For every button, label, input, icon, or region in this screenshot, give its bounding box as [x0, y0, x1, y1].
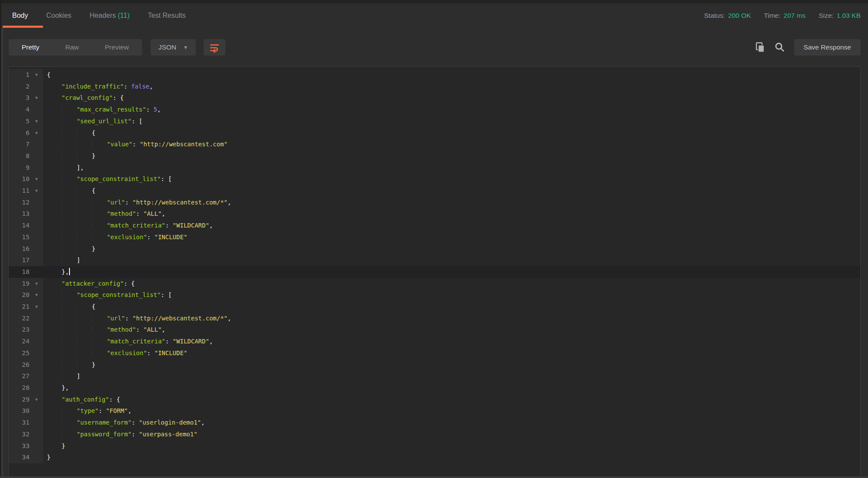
- status-value: 200 OK: [728, 12, 751, 20]
- fold-arrow-icon[interactable]: ▾: [30, 301, 43, 313]
- line-number: 34: [9, 452, 30, 463]
- code-line[interactable]: 15 "exclusion": "INCLUDE": [9, 231, 860, 243]
- code-line[interactable]: 19▾ "attacker_config": {: [9, 278, 860, 290]
- code-line[interactable]: 18 },: [9, 266, 860, 278]
- indent-guide: [76, 234, 92, 241]
- code-line[interactable]: 2 "include_traffic": false,: [9, 81, 860, 92]
- copy-response-button[interactable]: [754, 42, 766, 53]
- code-line[interactable]: 31 "username_form": "userlogin-demo1",: [9, 417, 860, 429]
- code-line[interactable]: 32 "password_form": "userpass-demo1": [9, 429, 860, 440]
- indent-guide: [47, 373, 62, 379]
- code-line[interactable]: 3▾ "crawl_config": {: [9, 92, 860, 104]
- fold-spacer: [30, 104, 43, 115]
- code-line[interactable]: 17 ]: [9, 254, 860, 266]
- fold-arrow-icon[interactable]: ▾: [30, 394, 43, 405]
- gutter-cell: 8: [9, 150, 44, 162]
- indent-guide: [47, 245, 62, 252]
- tab-cookies-label: Cookies: [46, 12, 71, 19]
- token-str: "WILDCARD": [173, 222, 209, 229]
- code-content: }: [44, 243, 860, 255]
- indent-guide: [76, 326, 92, 333]
- code-line[interactable]: 25 "exclusion": "INCLUDE": [9, 347, 860, 359]
- code-line[interactable]: 14 "match_criteria": "WILDCARD",: [9, 220, 860, 231]
- code-line[interactable]: 23 "method": "ALL",: [9, 324, 860, 336]
- wrap-text-button[interactable]: [204, 39, 225, 56]
- code-line[interactable]: 29▾ "auth_config": {: [9, 394, 860, 405]
- code-line[interactable]: 33 }: [9, 440, 860, 452]
- token-punc: ,: [157, 106, 161, 113]
- code-content: "type": "FORM",: [44, 405, 860, 417]
- fold-spacer: [30, 208, 43, 220]
- fold-arrow-icon[interactable]: ▾: [30, 278, 43, 290]
- code-content: {: [44, 127, 860, 139]
- code-line[interactable]: 26 }: [9, 359, 860, 371]
- line-number: 20: [9, 289, 30, 301]
- tab-cookies[interactable]: Cookies: [46, 12, 71, 20]
- fold-arrow-icon[interactable]: ▾: [30, 127, 43, 139]
- code-line[interactable]: 7 "value": "http://webscantest.com": [9, 138, 860, 150]
- fold-arrow-icon[interactable]: ▾: [30, 69, 43, 81]
- gutter-cell: 24: [9, 336, 44, 347]
- code-content: "match_criteria": "WILDCARD",: [44, 336, 860, 347]
- indent-guide: [47, 175, 62, 182]
- code-line[interactable]: 27 ]: [9, 370, 860, 382]
- gutter-cell: 19▾: [9, 278, 44, 290]
- code-line[interactable]: 11▾ {: [9, 185, 860, 197]
- save-response-button[interactable]: Save Response: [794, 39, 861, 56]
- code-line[interactable]: 9 ],: [9, 162, 860, 174]
- wrap-text-icon: [209, 42, 220, 53]
- fold-arrow-icon[interactable]: ▾: [30, 92, 43, 104]
- indent-guide: [62, 129, 77, 136]
- view-preview-button[interactable]: Preview: [92, 39, 142, 56]
- token-punc: ,: [162, 210, 165, 217]
- line-number: 23: [9, 324, 30, 336]
- tab-headers[interactable]: Headers (11): [89, 12, 129, 20]
- fold-arrow-icon[interactable]: ▾: [30, 173, 43, 185]
- response-body-editor[interactable]: 1▾{2 "include_traffic": false,3▾ "crawl_…: [8, 66, 861, 478]
- token-punc: ,: [209, 222, 213, 229]
- code-line[interactable]: 16 }: [9, 243, 860, 255]
- code-line[interactable]: 5▾ "seed_url_list": [: [9, 115, 860, 127]
- view-pretty-button[interactable]: Pretty: [9, 39, 52, 56]
- indent-guide: [47, 315, 62, 322]
- code-line[interactable]: 30 "type": "FORM",: [9, 405, 860, 417]
- code-line[interactable]: 10▾ "scope_constraint_list": [: [9, 173, 860, 185]
- search-response-button[interactable]: [774, 42, 785, 53]
- code-line[interactable]: 6▾ {: [9, 127, 860, 139]
- fold-arrow-icon[interactable]: ▾: [30, 185, 43, 197]
- code-line[interactable]: 12 "url": "http://webscantest.com/*",: [9, 197, 860, 208]
- code-line[interactable]: 28 },: [9, 382, 860, 394]
- code-content: ]: [44, 254, 860, 266]
- line-number: 16: [9, 243, 30, 255]
- view-raw-button[interactable]: Raw: [52, 39, 92, 56]
- tab-body[interactable]: Body: [12, 12, 28, 20]
- code-line[interactable]: 13 "method": "ALL",: [9, 208, 860, 220]
- indent-guide: [76, 199, 92, 206]
- token-key: "type": [76, 407, 99, 414]
- tab-test-results[interactable]: Test Results: [148, 12, 185, 20]
- indent-guide: [92, 234, 107, 241]
- gutter-cell: 1▾: [9, 69, 44, 81]
- fold-spacer: [30, 429, 43, 440]
- pane-divider[interactable]: [1, 28, 3, 478]
- code-line[interactable]: 21▾ {: [9, 301, 860, 313]
- code-line[interactable]: 34}: [9, 452, 860, 463]
- format-select[interactable]: JSON ▼: [151, 39, 196, 56]
- code-content: "password_form": "userpass-demo1": [44, 429, 860, 440]
- code-line[interactable]: 4 "max_crawl_results": 5,: [9, 104, 860, 115]
- code-content: }: [44, 440, 860, 452]
- token-str: "ALL": [143, 326, 162, 333]
- line-number: 26: [9, 359, 30, 371]
- code-line[interactable]: 8 }: [9, 150, 860, 162]
- code-content: },: [44, 266, 860, 278]
- fold-arrow-icon[interactable]: ▾: [30, 289, 43, 301]
- line-number: 4: [9, 104, 30, 115]
- view-mode-group: Pretty Raw Preview: [9, 39, 142, 56]
- line-number: 11: [9, 185, 30, 197]
- code-line[interactable]: 22 "url": "http://webscantest.com/*",: [9, 313, 860, 324]
- indent-guide: [47, 431, 62, 438]
- code-line[interactable]: 20▾ "scope_constraint_list": [: [9, 289, 860, 301]
- code-line[interactable]: 1▾{: [9, 69, 860, 81]
- fold-arrow-icon[interactable]: ▾: [30, 115, 43, 127]
- code-line[interactable]: 24 "match_criteria": "WILDCARD",: [9, 336, 860, 347]
